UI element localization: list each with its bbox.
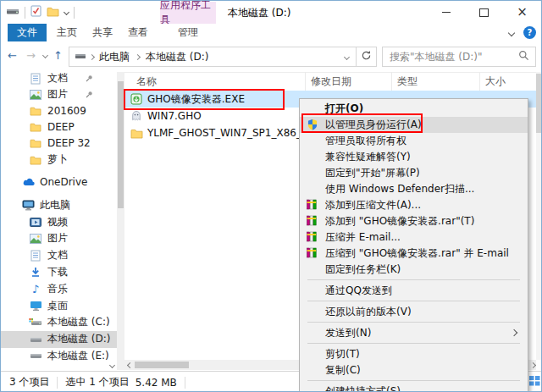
menu-item-open[interactable]: 打开(O) (300, 101, 528, 117)
column-header-type[interactable]: 类型 (392, 72, 480, 91)
breadcrumb-this-pc[interactable]: 此电脑 (99, 50, 130, 64)
search-text: 搜索"本地磁盘 (D:)" (383, 50, 518, 64)
sidebar-item-local-disk-e[interactable]: 本地磁盘 (E:) (1, 348, 117, 365)
menu-item-take-ownership[interactable]: 管理员取得所有权 (300, 133, 528, 149)
menu-item-add-to-named-rar[interactable]: 添加到 "GHO镜像安装器.rar"(T) (300, 213, 528, 229)
sidebar-item-label: 文档 (47, 71, 68, 86)
uac-shield-icon (307, 119, 318, 130)
menu-item-restore-previous-versions[interactable]: 还原以前的版本(V) (300, 304, 528, 320)
help-icon[interactable]: ? (523, 26, 536, 39)
tab-home[interactable]: 主页 (50, 24, 84, 41)
expand-ribbon-chevron-icon[interactable] (508, 30, 515, 36)
customize-qat-chevron-icon[interactable] (64, 9, 69, 15)
sidebar-item-label: 本地磁盘 (D:) (47, 332, 110, 346)
menu-item-compatibility-troubleshoot[interactable]: 兼容性疑难解答(Y) (300, 149, 528, 165)
pin-icon (86, 89, 93, 101)
separator (185, 377, 185, 389)
onedrive-cloud-icon (21, 175, 35, 188)
sidebar-item-pictures[interactable]: 图片 (1, 230, 117, 247)
new-folder-icon[interactable] (47, 6, 59, 19)
recent-locations-chevron-icon[interactable] (42, 52, 48, 58)
sidebar-item-onedrive[interactable]: OneDrive (1, 174, 117, 190)
sidebar-item-documents[interactable]: 文档 (1, 247, 117, 264)
column-header-date-modified[interactable]: 修改日期 (306, 72, 392, 91)
menu-item-add-to-archive[interactable]: 添加到压缩文件(A)... (300, 197, 528, 213)
sidebar-item-label: 文档 (47, 248, 68, 262)
sidebar-item-label: OneDrive (40, 176, 87, 188)
list-vertical-scrollbar-thumb[interactable] (536, 74, 542, 133)
separator (57, 377, 58, 389)
menu-item-compress-and-email[interactable]: 压缩并 E-mail... (300, 229, 528, 246)
sidebar-item-local-disk-c[interactable]: 本地磁盘 (C:) (1, 314, 117, 331)
exe-installer-icon (130, 93, 143, 106)
menu-item-scan-with-defender[interactable]: 使用 Windows Defender扫描... (300, 181, 528, 197)
sidebar-item-deep[interactable]: DEEP (1, 119, 117, 135)
nav-scrollbar-thumb[interactable] (118, 81, 124, 208)
tab-manage[interactable]: 管理 (160, 24, 216, 41)
properties-icon[interactable] (30, 5, 41, 19)
column-header-size[interactable]: 大小 (480, 72, 536, 91)
up-icon[interactable]: ↑ (53, 49, 63, 62)
scroll-down-icon[interactable] (107, 361, 117, 370)
pictures-icon (29, 232, 42, 245)
breadcrumb[interactable]: 此电脑 本地磁盘 (D:) (69, 47, 357, 67)
back-icon[interactable]: ← (8, 49, 17, 62)
sidebar-item-this-pc[interactable]: 此电脑 (1, 197, 117, 213)
scroll-left-icon[interactable] (125, 361, 134, 369)
menu-item-send-to[interactable]: 发送到(N) (300, 325, 528, 341)
folder-icon (29, 153, 42, 166)
folder-icon (29, 121, 42, 134)
breadcrumb-current[interactable]: 本地磁盘 (D:) (146, 50, 208, 64)
sidebar-item-label: DEEP 32 (47, 137, 91, 149)
sidebar-item-videos[interactable]: 视频 (1, 213, 117, 230)
menu-item-pin-to-start[interactable]: 固定到"开始"屏幕(P) (300, 165, 528, 181)
minimize-button[interactable] (427, 1, 465, 24)
maximize-icon (479, 8, 489, 17)
refresh-button[interactable] (356, 47, 377, 67)
sidebar-item-201609[interactable]: 201609 (1, 102, 117, 119)
sidebar-item-documents-quick[interactable]: 文档 (1, 70, 117, 86)
sidebar-item-local-disk-d[interactable]: 本地磁盘 (D:) (1, 331, 117, 348)
close-button[interactable]: × (503, 1, 541, 24)
sidebar-item-luobo[interactable]: 萝卜 (1, 152, 117, 168)
folder-icon (29, 137, 42, 150)
menu-item-send-via-qq[interactable]: 通过QQ发送到 (300, 283, 528, 299)
scroll-right-icon[interactable] (528, 361, 537, 369)
document-icon (29, 72, 42, 85)
search-input[interactable]: 搜索"本地磁盘 (D:)" (382, 47, 536, 67)
forward-icon[interactable]: → (26, 49, 36, 62)
address-dropdown-chevron-icon[interactable] (344, 53, 350, 59)
sidebar-item-music[interactable]: ♪ 音乐 (1, 280, 117, 297)
ghost-file-icon (130, 110, 143, 123)
chevron-right-icon (89, 53, 95, 59)
menu-item-copy[interactable]: 复制(C) (300, 362, 528, 378)
tab-view[interactable]: 查看 (121, 24, 155, 41)
sidebar-item-pictures-quick[interactable]: 图片 (1, 86, 117, 102)
menu-item-pin-to-taskbar[interactable]: 固定到任务栏(K) (300, 262, 528, 278)
menu-item-run-as-administrator[interactable]: 以管理员身份运行(A) (300, 117, 528, 133)
menu-separator (307, 301, 520, 301)
thumbnail-view-button[interactable] (528, 375, 542, 387)
sidebar-item-downloads[interactable]: 下载 (1, 264, 117, 281)
tab-share[interactable]: 共享 (86, 24, 119, 41)
selection-count: 选中 1 个项目 (65, 375, 129, 389)
minimize-icon (442, 12, 451, 13)
application-tools-header: 应用程序工具 (160, 2, 216, 24)
column-header-name[interactable]: 名称 (124, 72, 306, 91)
menu-item-cut[interactable]: 剪切(T) (300, 346, 528, 362)
menu-item-create-shortcut[interactable]: 创建快捷方式(S) (300, 384, 528, 392)
sidebar-item-desktop[interactable]: 桌面 (1, 297, 117, 314)
search-icon[interactable] (518, 50, 529, 63)
file-name: GHO镜像安装器.EXE (147, 92, 245, 107)
item-count: 3 个项目 (9, 375, 49, 389)
document-icon (29, 249, 42, 262)
sidebar-item-label: DEEP (47, 121, 75, 133)
folder-icon (29, 104, 42, 117)
menu-item-compress-to-rar-and-email[interactable]: 压缩到 "GHO镜像安装器.rar" 并 E-mail (300, 246, 528, 262)
list-horizontal-scrollbar-thumb[interactable] (135, 362, 189, 368)
navigation-pane: 文档 图片 201609 DEEP DEEP 32 萝 (1, 72, 117, 360)
maximize-button[interactable] (465, 1, 503, 24)
tab-file[interactable]: 文件 (8, 24, 47, 41)
sidebar-item-deep-32[interactable]: DEEP 32 (1, 135, 117, 152)
submenu-chevron-icon (511, 329, 517, 336)
